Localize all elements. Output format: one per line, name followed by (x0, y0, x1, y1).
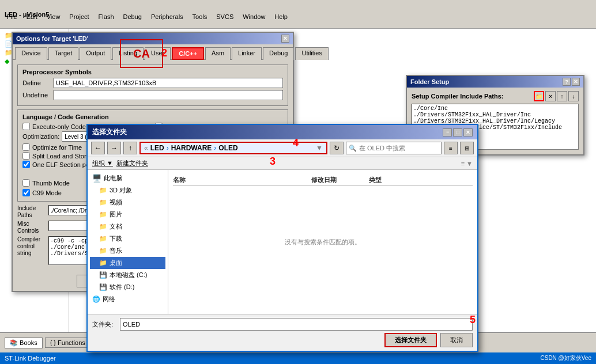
col-date: 修改日期 (311, 176, 369, 184)
filename-row: 文件夹: (92, 318, 473, 331)
tab-asm[interactable]: Asm (205, 47, 231, 60)
filename-label: 文件夹: (92, 320, 115, 329)
tab-cc[interactable]: C/C++ (172, 47, 204, 60)
file-dialog-toolbar: ← → ↑ « LED › HARDWARE › OLED ▼ ↻ 🔍 ≡ ⊞ (88, 139, 477, 157)
split-load-cb[interactable] (22, 152, 30, 160)
c99-cb[interactable] (22, 189, 30, 196)
folder-setup-label-row: Setup Compiler Include Paths: 📁 ✕ ↑ ↓ (412, 91, 579, 101)
folder-delete-btn[interactable]: ✕ (545, 91, 556, 101)
tree-item-label-downloads: 下载 (110, 234, 122, 243)
menu-window[interactable]: Window (240, 13, 267, 21)
menu-peripherals[interactable]: Peripherals (149, 13, 186, 21)
options-dialog-titlebar: Options for Target 'LED' ✕ (13, 33, 293, 44)
folder-setup-help-btn[interactable]: ? (563, 78, 571, 86)
menu-help[interactable]: Help (272, 13, 290, 21)
tree-item-music[interactable]: 📁 音乐 (90, 245, 165, 257)
diamond-icon: ◆ (5, 58, 9, 65)
folder-icon-docs: 📁 (99, 223, 107, 230)
refresh-btn[interactable]: ↻ (330, 142, 344, 154)
disk-icon-c: 💾 (99, 271, 107, 279)
path-bar[interactable]: « LED › HARDWARE › OLED ▼ (139, 142, 327, 154)
file-dialog-maximize-btn[interactable]: □ (453, 128, 462, 136)
thumb-mode-cb[interactable] (22, 179, 30, 187)
file-dialog-left-panel: 🖥️ 此电脑 📁 3D 对象 📁 视频 📁 图片 📁 文档 📁 下载 (88, 170, 168, 314)
new-folder-btn[interactable]: 新建文件夹 (116, 159, 148, 168)
view-btn[interactable]: ≡ (444, 142, 458, 154)
organize-btn[interactable]: 组织 ▼ (92, 159, 113, 168)
file-browser-dialog: 选择文件夹 － □ ✕ ← → ↑ « LED › HARDWARE › OLE… (86, 124, 478, 352)
path-segment-led: LED (150, 144, 164, 152)
menu-view[interactable]: View (44, 13, 63, 21)
tree-item-label-computer: 此电脑 (104, 174, 123, 183)
exec-only-cb[interactable] (22, 123, 30, 130)
sort-options: ≡ ▼ (461, 160, 473, 167)
computer-icon: 🖥️ (92, 174, 101, 183)
undefine-label: Undefine (22, 92, 51, 98)
network-icon: 🌐 (92, 295, 100, 303)
tree-item-network[interactable]: 🌐 网络 (90, 293, 165, 305)
menu-svcs[interactable]: SVCS (214, 13, 236, 21)
file-dialog-action-buttons: 选择文件夹 取消 (92, 333, 473, 347)
tree-item-downloads[interactable]: 📁 下载 (90, 233, 165, 245)
tree-item-computer[interactable]: 🖥️ 此电脑 (90, 172, 165, 184)
view-grid-btn[interactable]: ⊞ (460, 142, 474, 154)
include-paths-label: IncludePaths (17, 205, 46, 219)
forward-btn[interactable]: → (107, 142, 121, 154)
path-sep-1: › (167, 144, 169, 152)
menu-flash[interactable]: Flash (96, 13, 116, 21)
tab-linker[interactable]: Linker (232, 47, 262, 60)
tab-debug[interactable]: Debug (263, 47, 294, 60)
tab-books[interactable]: 📚 Books (5, 338, 43, 348)
tree-item-disk-c[interactable]: 💾 本地磁盘 (C:) (90, 269, 165, 281)
tree-item-3d[interactable]: 📁 3D 对象 (90, 184, 165, 196)
undefine-input[interactable] (54, 90, 283, 100)
optimize-time-cb[interactable] (22, 143, 30, 151)
tab-output[interactable]: Output (80, 47, 111, 60)
file-dialog-minimize-btn[interactable]: － (443, 128, 452, 136)
tree-item-video[interactable]: 📁 视频 (90, 196, 165, 208)
one-elf-cb[interactable] (22, 161, 30, 168)
folder-icon-desktop: 📁 (99, 259, 107, 267)
search-input[interactable] (359, 145, 439, 151)
tree-item-disk-d[interactable]: 💾 软件 (D:) (90, 281, 165, 293)
file-dialog-main-panel: 名称 修改日期 类型 没有与搜索条件匹配的项。 (168, 170, 477, 314)
file-dialog-close-btn[interactable]: ✕ (463, 128, 473, 136)
optimize-time-label: Optimize for Time (32, 144, 82, 151)
folder-down-btn[interactable]: ↓ (568, 91, 579, 101)
folder-icon-3d: 📁 (99, 187, 107, 194)
folder-icon-pictures: 📁 (99, 211, 107, 218)
tab-device[interactable]: Device (15, 47, 47, 60)
tab-target[interactable]: Target (48, 47, 79, 60)
define-label: Define (22, 79, 51, 86)
cancel-file-dialog-btn[interactable]: 取消 (440, 333, 473, 347)
tree-item-docs[interactable]: 📁 文档 (90, 221, 165, 233)
tree-item-desktop[interactable]: 📁 桌面 (90, 257, 165, 269)
folder-new-btn[interactable]: 📁 (534, 91, 544, 101)
back-btn[interactable]: ← (91, 142, 105, 154)
path-segment-oled: OLED (218, 144, 237, 152)
folder-up-btn[interactable]: ↑ (557, 91, 567, 101)
tab-utilities[interactable]: Utilities (295, 47, 328, 60)
menu-debug[interactable]: Debug (121, 13, 144, 21)
file-dialog-title: 选择文件夹 (92, 127, 127, 137)
filename-input[interactable] (120, 318, 473, 331)
menu-file[interactable]: File (5, 13, 20, 21)
tree-item-label-disk-c: 本地磁盘 (C:) (110, 271, 147, 279)
path-dropdown-arrow[interactable]: ▼ (316, 144, 323, 152)
preprocessor-section: Preprocessor Symbols Define Undefine (17, 65, 288, 106)
define-input[interactable] (54, 78, 283, 88)
tab-user[interactable]: User (145, 47, 171, 60)
folder-setup-close-btn[interactable]: ✕ (572, 78, 580, 86)
tab-listing[interactable]: Listing (112, 47, 144, 60)
tree-item-pictures[interactable]: 📁 图片 (90, 208, 165, 221)
menu-project[interactable]: Project (67, 13, 91, 21)
menu-edit[interactable]: Edit (24, 13, 40, 21)
menu-tools[interactable]: Tools (190, 13, 210, 21)
tree-item-label-disk-d: 软件 (D:) (110, 283, 134, 291)
select-folder-btn[interactable]: 选择文件夹 (384, 333, 437, 347)
watermark: CSDN @好家伙Vee (540, 354, 591, 362)
tab-functions[interactable]: { } Functions (45, 338, 90, 348)
options-dialog-close-btn[interactable]: ✕ (281, 35, 289, 43)
up-btn[interactable]: ↑ (123, 142, 137, 154)
statusbar: ST-Link Debugger CSDN @好家伙Vee (0, 352, 596, 364)
